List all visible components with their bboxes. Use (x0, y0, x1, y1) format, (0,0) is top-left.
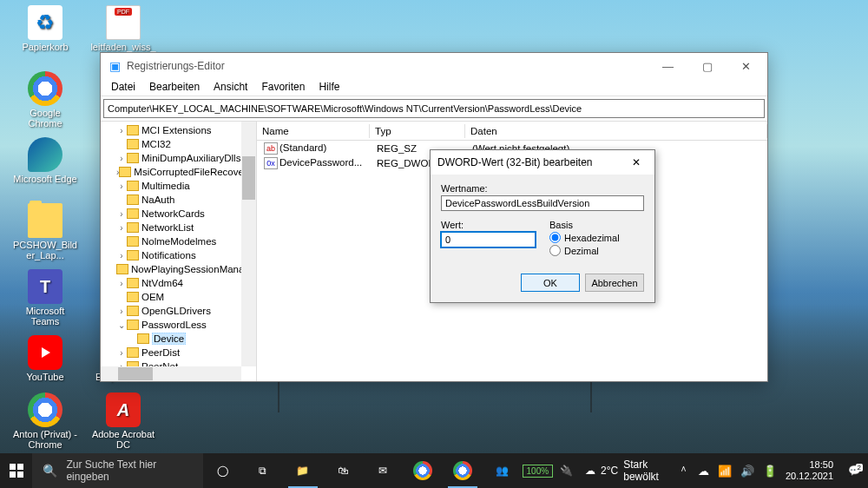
edge-icon (28, 137, 62, 172)
registry-tree[interactable]: ›MCI ExtensionsMCI32›MiniDumpAuxiliaryDl… (101, 122, 257, 381)
desktop-icon-folder[interactable]: PCSHOW_Bilder_Lap... (12, 203, 78, 260)
action-center-button[interactable]: 💬2 (840, 465, 868, 477)
start-button[interactable] (0, 453, 32, 488)
ok-button[interactable]: OK (521, 274, 580, 292)
dialog-titlebar[interactable]: DWORD-Wert (32-Bit) bearbeiten ✕ (431, 150, 654, 175)
col-type[interactable]: Typ (370, 124, 465, 138)
expand-icon[interactable]: › (116, 154, 127, 163)
folder-icon (116, 264, 128, 274)
minimize-button[interactable]: — (648, 53, 687, 79)
menu-bearbeiten[interactable]: Bearbeiten (142, 79, 207, 96)
tree-node[interactable]: ›NtVdm64 (101, 276, 241, 290)
folder-icon (127, 153, 139, 163)
battery-indicator[interactable]: 100% (523, 465, 554, 478)
menu-datei[interactable]: Datei (104, 79, 142, 96)
tray-onedrive-icon[interactable]: ☁ (698, 465, 709, 478)
expand-icon[interactable]: › (116, 307, 127, 316)
value-name-field[interactable] (441, 195, 644, 211)
expand-icon[interactable]: › (116, 181, 127, 191)
tree-node[interactable]: OEM (101, 290, 241, 304)
taskbar-explorer[interactable]: 📁 (283, 453, 323, 488)
radio-dec-label: Dezimal (564, 246, 599, 256)
taskbar-mail[interactable]: ✉ (363, 453, 403, 488)
basis-label: Basis (549, 220, 644, 230)
desktop-icon-chrome[interactable]: Google Chrome (12, 71, 78, 129)
expand-icon[interactable]: › (116, 126, 127, 135)
tray-wifi-icon[interactable]: 📶 (718, 465, 732, 478)
menu-hilfe[interactable]: Hilfe (312, 79, 346, 96)
tree-node[interactable]: MCI32 (101, 137, 241, 151)
tray-battery-icon[interactable]: 🔋 (763, 465, 777, 478)
clock-date: 20.12.2021 (786, 471, 833, 482)
folder-icon (127, 222, 139, 233)
tree-node[interactable]: ›PeerNet (101, 359, 241, 366)
list-header[interactable]: Name Typ Daten (257, 122, 767, 141)
expand-icon[interactable]: › (116, 223, 127, 233)
maximize-button[interactable]: ▢ (687, 53, 727, 79)
desktop-icon-label: Adobe Acrobat DC (90, 429, 156, 450)
expand-icon[interactable]: › (116, 348, 127, 358)
taskbar-store[interactable]: 🛍 (323, 453, 363, 488)
close-button[interactable]: ✕ (727, 53, 766, 79)
tree-node[interactable]: NolmeModelmes (101, 234, 241, 248)
menu-ansicht[interactable]: Ansicht (207, 79, 254, 96)
taskbar-clock[interactable]: 18:50 20.12.2021 (786, 459, 833, 481)
tree-node[interactable]: ›NetworkCards (101, 207, 241, 221)
cancel-button[interactable]: Abbrechen (585, 274, 644, 292)
tray-chevron-icon[interactable]: ＾ (678, 463, 689, 478)
expand-icon[interactable]: › (116, 279, 127, 288)
tree-scrollbar-vertical[interactable] (241, 122, 256, 366)
address-path: Computer\HKEY_LOCAL_MACHINE\SOFTWARE\Mic… (108, 103, 582, 114)
address-bar[interactable]: Computer\HKEY_LOCAL_MACHINE\SOFTWARE\Mic… (103, 99, 765, 118)
desktop-icon-teams[interactable]: Microsoft Teams (12, 269, 78, 326)
tree-node-label: PeerDist (141, 347, 180, 358)
tree-node[interactable]: ›MiniDumpAuxiliaryDlls (101, 151, 241, 165)
tree-node[interactable]: ›MsiCorruptedFileRecovery (101, 165, 241, 179)
expand-icon[interactable]: › (116, 251, 127, 260)
tree-scrollbar-horizontal[interactable] (101, 366, 241, 381)
desktop-icon-recycle[interactable]: Papierkorb (12, 5, 78, 52)
expand-icon[interactable]: ⌄ (116, 320, 127, 330)
tree-node[interactable]: NowPlayingSessionManager (101, 262, 241, 276)
desktop-icon-label: PCSHOW_Bilder_Lap... (12, 240, 78, 260)
desktop-icon-edge[interactable]: Microsoft Edge (12, 137, 78, 184)
col-data[interactable]: Daten (465, 124, 767, 138)
acrobat-icon (106, 392, 141, 427)
tree-node[interactable]: NaAuth (101, 193, 241, 207)
desktop-icon-acrobat[interactable]: Adobe Acrobat DC (90, 392, 156, 450)
teams-icon (28, 269, 62, 304)
tree-node[interactable]: ›NetworkList (101, 221, 241, 234)
taskbar-chrome-profile[interactable] (443, 453, 483, 488)
expand-icon[interactable]: › (116, 209, 127, 219)
search-icon: 🔍 (43, 464, 57, 478)
col-name[interactable]: Name (257, 124, 370, 138)
tree-node-label: Multimedia (141, 181, 190, 191)
radio-hex[interactable] (549, 232, 561, 243)
value-type-icon: 0x (264, 157, 278, 169)
power-icon[interactable]: 🔌 (560, 465, 573, 477)
tree-node[interactable]: ›MCI Extensions (101, 123, 241, 137)
dialog-close-button[interactable]: ✕ (625, 154, 648, 171)
tree-node[interactable]: ›PeerDist (101, 346, 241, 359)
folder-icon (127, 250, 139, 260)
radio-dec[interactable] (549, 245, 561, 256)
desktop-icon-yt[interactable]: YouTube (12, 335, 78, 382)
tree-node[interactable]: ›OpenGLDrivers (101, 304, 241, 318)
value-data-field[interactable] (441, 232, 536, 247)
titlebar[interactable]: ▣ Registrierungs-Editor — ▢ ✕ (101, 53, 767, 79)
tree-node[interactable]: Device (101, 332, 241, 346)
menu-favoriten[interactable]: Favoriten (254, 79, 312, 96)
taskbar-search[interactable]: 🔍 Zur Suche Text hier eingeben (32, 453, 202, 488)
folder-icon (127, 139, 139, 149)
tree-node[interactable]: ›Notifications (101, 248, 241, 262)
yt-icon (28, 335, 62, 370)
taskbar-teams[interactable]: 👥 (483, 453, 523, 488)
tree-node[interactable]: ⌄PasswordLess (101, 318, 241, 332)
taskbar-chrome[interactable] (403, 453, 443, 488)
task-view-button[interactable]: ⧉ (243, 453, 283, 488)
tray-volume-icon[interactable]: 🔊 (740, 465, 754, 478)
cortana-button[interactable]: ◯ (203, 453, 243, 488)
tree-node[interactable]: ›Multimedia (101, 179, 241, 193)
weather-widget[interactable]: ☁ 2°C Stark bewölkt (585, 458, 666, 483)
desktop-icon-chrome[interactable]: Anton (Privat) - Chrome (12, 392, 78, 450)
